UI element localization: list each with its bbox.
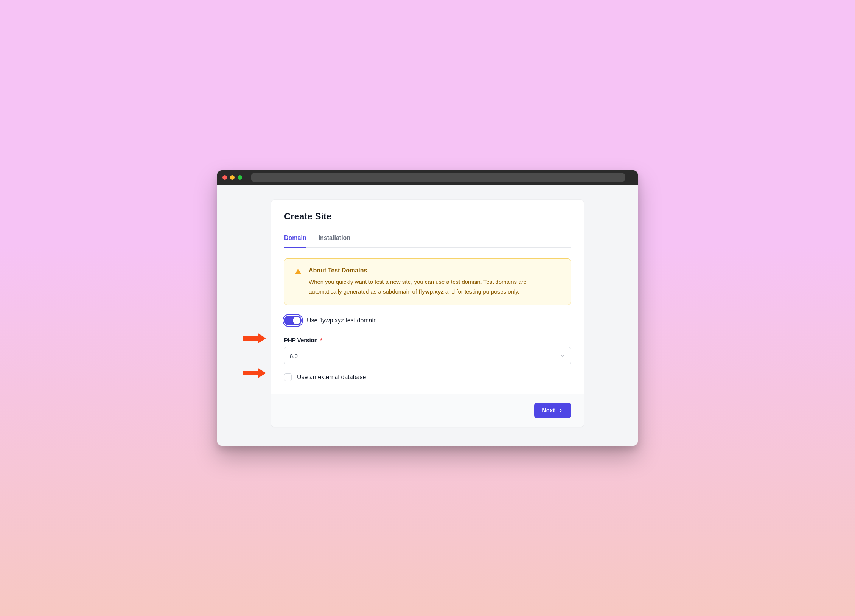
- svg-rect-0: [298, 271, 298, 272]
- next-button[interactable]: Next: [534, 403, 571, 418]
- use-test-domain-row: Use flywp.xyz test domain: [284, 316, 571, 325]
- use-test-domain-label: Use flywp.xyz test domain: [307, 317, 377, 324]
- create-site-card: Create Site Domain Installation About Te…: [271, 200, 584, 427]
- viewport: Create Site Domain Installation About Te…: [217, 185, 638, 446]
- annotation-arrow-icon: [243, 368, 267, 378]
- external-db-row: Use an external database: [284, 373, 571, 381]
- annotation-arrow-icon: [243, 333, 267, 344]
- php-version-label-text: PHP Version: [284, 337, 318, 343]
- external-db-checkbox[interactable]: [284, 373, 292, 381]
- test-domain-alert: About Test Domains When you quickly want…: [284, 258, 571, 305]
- tab-installation[interactable]: Installation: [319, 235, 350, 248]
- use-test-domain-toggle[interactable]: [284, 316, 302, 325]
- alert-body: When you quickly want to test a new site…: [309, 277, 561, 296]
- php-version-value: 8.0: [290, 353, 298, 359]
- alert-body-bold: flywp.xyz: [418, 288, 444, 295]
- alert-content: About Test Domains When you quickly want…: [309, 267, 561, 296]
- alert-body-suffix: and for testing purposes only.: [444, 288, 519, 295]
- php-version-label: PHP Version *: [284, 337, 571, 343]
- warning-triangle-icon: [294, 268, 302, 275]
- window-close-button[interactable]: [222, 175, 227, 180]
- tabs: Domain Installation: [284, 235, 571, 248]
- card-header: Create Site Domain Installation: [271, 200, 584, 248]
- php-version-select[interactable]: 8.0: [284, 347, 571, 364]
- traffic-lights: [222, 175, 242, 180]
- svg-point-1: [298, 273, 298, 274]
- external-db-label: Use an external database: [297, 374, 366, 381]
- window-zoom-button[interactable]: [238, 175, 242, 180]
- browser-window: Create Site Domain Installation About Te…: [217, 170, 638, 446]
- tab-domain[interactable]: Domain: [284, 235, 306, 248]
- card-footer: Next: [271, 394, 584, 427]
- card-body: About Test Domains When you quickly want…: [271, 248, 584, 394]
- required-mark: *: [320, 337, 322, 343]
- window-minimize-button[interactable]: [230, 175, 235, 180]
- page-title: Create Site: [284, 211, 571, 222]
- toggle-knob: [293, 317, 300, 324]
- alert-title: About Test Domains: [309, 267, 561, 274]
- next-button-label: Next: [542, 407, 555, 414]
- address-bar[interactable]: [251, 173, 625, 182]
- chevron-right-icon: [558, 408, 563, 413]
- php-version-field: PHP Version * 8.0: [284, 337, 571, 364]
- chevron-down-icon: [559, 353, 565, 359]
- window-titlebar: [217, 170, 638, 185]
